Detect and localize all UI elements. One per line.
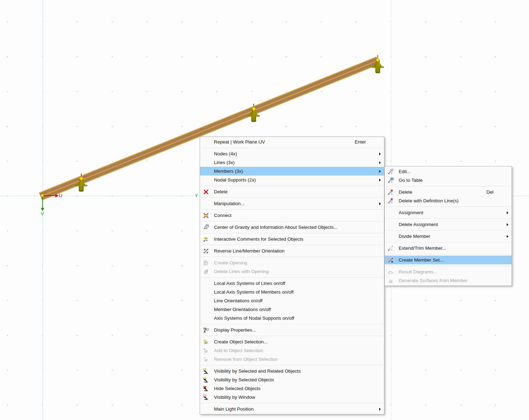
grid-dot	[321, 91, 322, 92]
menu-item-label: Assignment	[399, 210, 423, 215]
context-menu-item-reverse-line-member-orientation[interactable]: Reverse Line/Member Orientation	[200, 247, 384, 255]
grid-dot	[182, 265, 182, 266]
visibility-window-icon	[203, 395, 209, 400]
menu-separator	[201, 324, 383, 324]
submenu-arrow-icon	[379, 202, 381, 205]
context-menu-item-nodes-4x[interactable]: Nodes (4x)	[200, 149, 384, 158]
go-to-table-icon: I	[388, 178, 393, 183]
remove-object-selection-icon	[203, 357, 209, 362]
grid-dot	[7, 126, 8, 127]
submenu-item-divide-member[interactable]: Divide Member	[385, 232, 512, 241]
grid-dot	[77, 161, 78, 162]
menu-item-label: Local Axis Systems of Members on/off	[214, 289, 294, 295]
grid-dot	[495, 370, 496, 371]
grid-dot	[77, 231, 78, 231]
submenu-item-assignment[interactable]: Assignment	[385, 208, 512, 217]
menu-item-label: Delete Lines with Opening	[214, 269, 269, 274]
grid-dot	[460, 300, 461, 301]
context-menu-item-center-of-gravity-and-information-about-selected-objects[interactable]: Center of Gravity and Information About …	[200, 223, 384, 232]
grid-dot	[426, 22, 426, 22]
grid-dot	[7, 335, 8, 336]
menu-item-label: Member Orientations on/off	[214, 307, 271, 312]
context-menu-item-visibility-by-selected-and-related-objects[interactable]: Visibility by Selected and Related Objec…	[200, 367, 384, 375]
grid-dot	[147, 22, 147, 22]
submenu-arrow-icon	[379, 408, 381, 411]
grid-dot	[495, 335, 496, 336]
grid-dot	[112, 335, 113, 336]
context-menu-item-connect[interactable]: Connect	[200, 211, 384, 220]
grid-dot	[77, 265, 78, 266]
menu-item-label: Display Properties...	[214, 327, 256, 333]
context-menu-item-line-orientations-on-off[interactable]: Line Orientations on/off	[200, 296, 384, 305]
menu-separator	[201, 403, 383, 403]
grid-dot	[426, 405, 426, 405]
context-menu-item-repeat-work-plane-uv[interactable]: Repeat | Work Plane UVEnter	[200, 138, 384, 146]
grid-dot	[7, 56, 8, 57]
menu-item-label: Remove from Object Selection	[214, 357, 278, 362]
grid-dot	[460, 91, 461, 92]
menu-separator	[201, 365, 383, 365]
context-menu-item-visibility-by-selected-objects[interactable]: Visibility by Selected Objects	[200, 375, 384, 384]
grid-dot	[286, 91, 287, 92]
menu-item-label: Visibility by Selected Objects	[214, 377, 274, 382]
submenu-item-extend-trim-member[interactable]: IExtend/Trim Member...	[385, 244, 512, 252]
create-member-set-icon	[388, 257, 393, 263]
context-menu-item-manipulation[interactable]: Manipulation...	[200, 199, 384, 208]
svg-text:I: I	[391, 248, 392, 251]
grid-dot	[182, 126, 182, 127]
node-marker[interactable]	[376, 58, 380, 62]
grid-dot	[7, 265, 8, 266]
context-menu-item-create-object-selection[interactable]: Create Object Selection...	[200, 337, 384, 346]
context-menu-item-members-3x[interactable]: Members (3x)	[200, 167, 384, 176]
menu-item-label: Manipulation...	[214, 201, 245, 206]
submenu-item-edit[interactable]: IEdit...	[385, 167, 512, 176]
menu-item-label: Delete	[214, 189, 228, 194]
svg-text:I: I	[391, 172, 392, 174]
context-menu-item-nodal-supports-2x[interactable]: Nodal Supports (2x)	[200, 176, 384, 184]
grid-dot	[356, 22, 356, 22]
grid-dot	[460, 22, 461, 22]
context-menu-item-display-properties[interactable]: ADisplay Properties...	[200, 326, 384, 334]
context-menu-item-delete[interactable]: Delete	[200, 187, 384, 196]
context-menu-item-hide-selected-objects[interactable]: Hide Selected Objects	[200, 384, 384, 393]
menu-item-label: Center of Gravity and Information About …	[214, 225, 338, 230]
grid-dot	[182, 161, 182, 162]
submenu-item-delete-assignment[interactable]: Delete Assignment	[385, 220, 512, 229]
grid-dot	[356, 56, 356, 57]
grid-dot	[426, 126, 426, 127]
context-menu-item-member-orientations-on-off[interactable]: Member Orientations on/off	[200, 305, 384, 314]
context-menu-item-main-light-position[interactable]: Main Light Position	[200, 405, 384, 413]
grid-dot	[286, 126, 287, 127]
menu-item-label: Hide Selected Objects	[214, 386, 261, 391]
context-menu-item-axis-systems-of-nodal-supports-on-off[interactable]: Axis Systems of Nodal Supports on/off	[200, 314, 384, 322]
submenu-item-go-to-table[interactable]: IGo to Table	[385, 176, 512, 185]
grid-dot	[495, 300, 496, 301]
grid-dot	[7, 231, 8, 231]
grid-dot	[495, 126, 496, 127]
grid-dot	[286, 56, 287, 57]
submenu-item-create-member-set[interactable]: Create Member Set...	[385, 256, 512, 264]
submenu-item-delete-with-definition-line-s[interactable]: IDelete with Definition Line(s)	[385, 196, 512, 205]
grid-dot	[216, 56, 217, 57]
grid-dot	[147, 231, 147, 231]
context-menu-item-lines-3x[interactable]: Lines (3x)	[200, 158, 384, 167]
menu-item-label: Visibility by Selected and Related Objec…	[214, 368, 301, 374]
menu-item-label: Reverse Line/Member Orientation	[214, 248, 285, 254]
submenu-item-result-diagrams: Result Diagrams...	[385, 267, 512, 276]
grid-dot	[147, 161, 147, 162]
grid-dot	[112, 231, 113, 231]
grid-dot	[426, 300, 426, 301]
grid-dot	[112, 265, 113, 266]
grid-dot	[495, 405, 496, 405]
grid-dot	[112, 22, 113, 22]
submenu-item-delete[interactable]: IDeleteDel	[385, 188, 512, 196]
interactive-comments-icon: #x#x	[203, 236, 209, 242]
context-menu-item-local-axis-systems-of-lines-on-off[interactable]: Local Axis Systems of Lines on/off	[200, 279, 384, 288]
menu-separator	[201, 277, 383, 278]
menu-item-label: Line Orientations on/off	[214, 298, 262, 303]
context-menu-item-visibility-by-window[interactable]: Visibility by Window	[200, 393, 384, 402]
menu-item-label: Nodes (4x)	[214, 151, 237, 156]
context-menu-item-local-axis-systems-of-members-on-off[interactable]: Local Axis Systems of Members on/off	[200, 288, 384, 296]
context-menu-item-interactive-comments-for-selected-objects[interactable]: #x#xInteractive Comments for Selected Ob…	[200, 235, 384, 243]
menu-item-label: Extend/Trim Member...	[399, 246, 446, 251]
